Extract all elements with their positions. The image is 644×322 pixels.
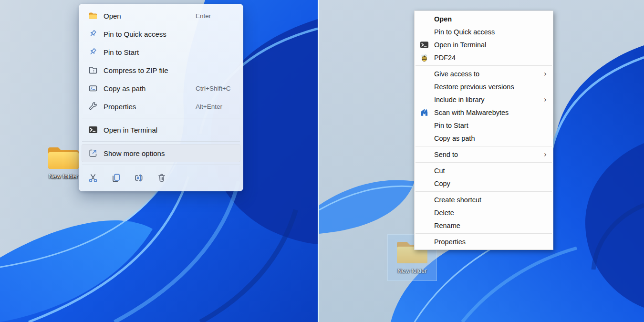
show-more-icon: [88, 148, 98, 158]
folder-icon: [88, 11, 98, 21]
menu-item-copy[interactable]: Copy: [415, 177, 552, 190]
menu-item-include-in-library[interactable]: Include in library›: [415, 93, 552, 106]
win11-context-menu: Open Enter Pin to Quick access Pin to St…: [79, 4, 243, 191]
menu-item-open-in-terminal[interactable]: Open in Terminal: [82, 121, 240, 139]
menu-separator: [82, 141, 240, 142]
menu-item-restore-previous-versions[interactable]: Restore previous versions: [415, 80, 552, 93]
menu-item-delete[interactable]: Delete: [415, 206, 552, 219]
menu-separator: [415, 146, 552, 146]
menu-item-properties[interactable]: Properties: [415, 235, 552, 248]
menu-separator: [415, 65, 552, 66]
menu-item-open-in-terminal[interactable]: Open in Terminal: [415, 38, 552, 51]
terminal-icon: [88, 125, 98, 135]
copy-button[interactable]: [110, 172, 122, 184]
menu-item-compress-to-zip[interactable]: Compress to ZIP file: [82, 61, 240, 79]
pin-icon: [88, 47, 98, 57]
rename-button[interactable]: [133, 172, 145, 184]
menu-separator: [415, 191, 552, 192]
menu-item-copy-as-path[interactable]: Copy as path: [415, 132, 552, 145]
copy-icon: [111, 173, 121, 183]
delete-button[interactable]: [156, 172, 167, 184]
quick-actions-row: [82, 167, 240, 188]
terminal-icon: [420, 40, 429, 49]
wrench-icon: [88, 102, 98, 111]
submenu-arrow-icon: ›: [544, 70, 547, 78]
menu-separator: [415, 162, 552, 163]
menu-item-scan-with-malwarebytes[interactable]: Scan with Malwarebytes: [415, 106, 552, 119]
pdf24-bee-icon: [420, 53, 429, 62]
menu-item-rename[interactable]: Rename: [415, 219, 552, 232]
split-divider: [318, 0, 319, 322]
menu-item-properties[interactable]: Properties Alt+Enter: [82, 97, 240, 115]
malwarebytes-icon: [420, 108, 429, 117]
folder-label: New folder: [381, 268, 443, 274]
delete-icon: [156, 173, 167, 183]
shortcut-label: Enter: [196, 12, 211, 20]
menu-item-show-more-options[interactable]: Show more options: [82, 144, 240, 162]
shortcut-label: Ctrl+Shift+C: [196, 85, 231, 92]
folder-icon: [46, 143, 81, 171]
zip-folder-icon: [88, 65, 98, 75]
menu-item-pin-to-quick-access[interactable]: Pin to Quick access: [415, 25, 552, 38]
menu-item-cut[interactable]: Cut: [415, 164, 552, 177]
submenu-arrow-icon: ›: [544, 150, 547, 159]
menu-item-open[interactable]: Open: [415, 12, 552, 25]
desktop: New folder Open Pin to Quick access Open…: [0, 0, 644, 322]
copy-path-icon: [88, 83, 98, 93]
menu-separator: [82, 118, 240, 118]
cut-button[interactable]: [87, 172, 99, 184]
classic-context-menu: Open Pin to Quick access Open in Termina…: [414, 10, 553, 250]
wallpaper-right: New folder Open Pin to Quick access Open…: [319, 0, 644, 322]
menu-separator: [415, 233, 552, 234]
menu-item-open[interactable]: Open Enter: [82, 7, 240, 25]
menu-item-create-shortcut[interactable]: Create shortcut: [415, 193, 552, 206]
menu-item-pin-to-start[interactable]: Pin to Start: [82, 43, 240, 61]
submenu-arrow-icon: ›: [544, 95, 547, 104]
menu-item-send-to[interactable]: Send to›: [415, 148, 552, 161]
cut-icon: [88, 173, 98, 183]
shortcut-label: Alt+Enter: [196, 103, 222, 110]
menu-item-copy-as-path[interactable]: Copy as path Ctrl+Shift+C: [82, 79, 240, 97]
menu-item-pdf24[interactable]: PDF24: [415, 51, 552, 64]
pin-icon: [88, 29, 98, 39]
menu-item-give-access-to[interactable]: Give access to›: [415, 67, 552, 80]
menu-item-pin-to-start[interactable]: Pin to Start: [415, 119, 552, 132]
rename-icon: [134, 173, 144, 183]
menu-item-pin-to-quick-access[interactable]: Pin to Quick access: [82, 25, 240, 43]
menu-separator: [82, 165, 240, 165]
